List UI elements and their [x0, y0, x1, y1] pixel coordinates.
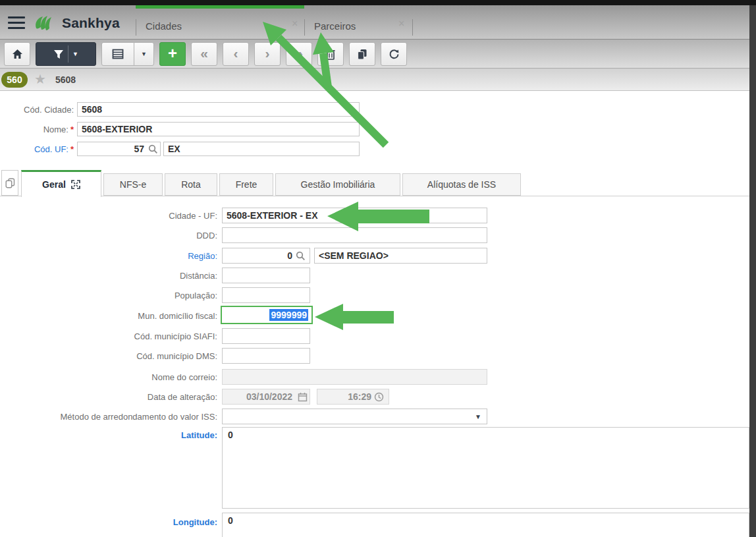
app-header: Sankhya Cidades × Parceiros × — [0, 5, 749, 40]
filter-icon — [53, 49, 64, 59]
sankhya-logo-icon — [32, 14, 57, 36]
button-divider — [68, 45, 68, 63]
required-mark: * — [70, 144, 74, 154]
nav-next-icon: › — [265, 46, 270, 62]
distancia-input[interactable] — [222, 268, 310, 283]
nav-next-button[interactable]: › — [254, 42, 281, 66]
populacao-input[interactable] — [222, 287, 310, 303]
grid-view-button[interactable] — [101, 42, 134, 66]
tabbar-baseline — [0, 196, 749, 196]
tab-rota[interactable]: Rota — [165, 173, 217, 196]
cidade-uf-label: Cidade - UF: — [0, 211, 217, 221]
latitude-label[interactable]: Latitude: — [0, 430, 217, 440]
close-parceiros-tab-icon[interactable]: × — [398, 18, 404, 29]
active-tab-indicator — [136, 5, 304, 9]
expand-icon[interactable] — [71, 180, 80, 189]
regiao-label[interactable]: Região: — [0, 251, 217, 261]
brand-name: Sankhya — [62, 15, 120, 31]
selected-text: 9999999 — [269, 309, 308, 321]
nav-prev-button[interactable]: ‹ — [223, 42, 249, 66]
tab-gestao-imobiliaria[interactable]: Gestão Imobiliária — [275, 173, 400, 196]
tab-geral[interactable]: Geral — [21, 170, 101, 197]
grid-dropdown-button[interactable]: ▼ — [134, 42, 154, 66]
record-bar: 560 ★ 5608 — [0, 69, 749, 91]
cidade-uf-input[interactable] — [222, 208, 487, 223]
add-icon: + — [168, 45, 177, 63]
grid-icon — [112, 49, 124, 59]
nav-last-button[interactable]: » — [286, 42, 312, 66]
data-alteracao-date-input — [222, 389, 310, 405]
cod-uf-label[interactable]: Cód. UF:* — [0, 144, 74, 154]
window-tab-cidades[interactable]: Cidades — [146, 20, 182, 32]
record-count-badge: 560 — [1, 72, 28, 88]
distancia-label: Distância: — [0, 271, 217, 281]
ddd-label: DDD: — [0, 231, 217, 240]
data-alteracao-label: Data de alteração: — [0, 392, 217, 402]
metodo-arredondamento-select[interactable]: ▼ — [222, 409, 487, 424]
uf-lookup-icon[interactable] — [148, 144, 158, 154]
calendar-icon — [298, 392, 308, 402]
cod-cidade-input[interactable] — [77, 102, 360, 117]
nav-prev-icon: ‹ — [234, 46, 238, 62]
star-icon[interactable]: ★ — [34, 71, 46, 87]
chevron-down-icon: ▼ — [475, 413, 481, 420]
nome-label: Nome:* — [0, 125, 74, 134]
nav-last-icon: » — [295, 46, 303, 62]
home-icon — [12, 49, 23, 59]
cod-municipio-siafi-input[interactable] — [222, 328, 310, 344]
nome-input[interactable] — [77, 122, 360, 136]
tab-frete[interactable]: Frete — [219, 173, 273, 196]
ddd-input[interactable] — [222, 227, 487, 243]
mun-domicilio-fiscal-label: Mun. domicílio fiscal: — [0, 311, 217, 321]
filter-dropdown-icon[interactable]: ▼ — [72, 51, 78, 57]
tab-geral-label: Geral — [42, 179, 66, 190]
grid-dropdown-icon[interactable]: ▼ — [141, 51, 147, 57]
nome-correio-label: Nome do correio: — [0, 372, 217, 382]
longitude-input[interactable]: 0 — [222, 513, 749, 537]
regiao-desc-input[interactable] — [314, 248, 487, 264]
screen-top-edge — [0, 0, 756, 5]
duplicate-icon — [357, 49, 367, 60]
cod-cidade-label: Cód. Cidade: — [0, 105, 74, 115]
arrow-to-mun-domicilio-fiscal-field-icon — [315, 304, 394, 330]
duplicate-panel-button[interactable] — [1, 170, 18, 196]
delete-button[interactable] — [317, 42, 344, 66]
cod-municipio-siafi-label: Cód. município SIAFI: — [0, 331, 217, 341]
regiao-lookup-icon[interactable] — [296, 251, 306, 261]
duplicate-pages-icon — [5, 178, 15, 188]
add-record-button[interactable]: + — [159, 42, 186, 66]
duplicate-button[interactable] — [349, 42, 375, 66]
app-window: Sankhya Cidades × Parceiros × ▼ ▼ — [0, 0, 756, 537]
main-toolbar: ▼ ▼ + « ‹ › » — [0, 40, 749, 69]
cod-municipio-dms-input[interactable] — [222, 348, 310, 364]
window-tab-parceiros[interactable]: Parceiros — [314, 20, 356, 32]
nav-first-icon: « — [200, 46, 208, 62]
header-separator — [412, 19, 413, 36]
refresh-button[interactable] — [381, 42, 407, 66]
record-code: 5608 — [55, 74, 76, 85]
tab-nfse[interactable]: NFS-e — [103, 173, 163, 196]
nav-first-button[interactable]: « — [191, 42, 217, 66]
latitude-input[interactable]: 0 — [222, 427, 749, 509]
header-separator — [304, 19, 305, 36]
uf-sigla-input[interactable] — [163, 142, 360, 156]
populacao-label: População: — [0, 291, 217, 300]
mun-domicilio-fiscal-input[interactable]: 9999999 — [221, 306, 313, 324]
home-button[interactable] — [4, 42, 30, 66]
required-mark: * — [70, 125, 74, 134]
tab-aliquotas-iss[interactable]: Alíquotas de ISS — [402, 173, 521, 196]
filter-button[interactable]: ▼ — [36, 42, 96, 66]
longitude-label[interactable]: Longitude: — [0, 517, 217, 527]
header-separator — [136, 19, 136, 36]
cod-municipio-dms-label: Cód. município DMS: — [0, 351, 217, 361]
refresh-icon — [389, 49, 400, 60]
nome-correio-input — [222, 369, 487, 385]
metodo-arredondamento-label: Método de arredondamento do valor ISS: — [0, 412, 217, 422]
screen-right-edge — [749, 5, 756, 537]
delete-icon — [326, 49, 335, 60]
clock-icon — [374, 392, 384, 402]
close-cidades-tab-icon[interactable]: × — [292, 18, 298, 29]
menu-icon[interactable] — [8, 16, 25, 29]
